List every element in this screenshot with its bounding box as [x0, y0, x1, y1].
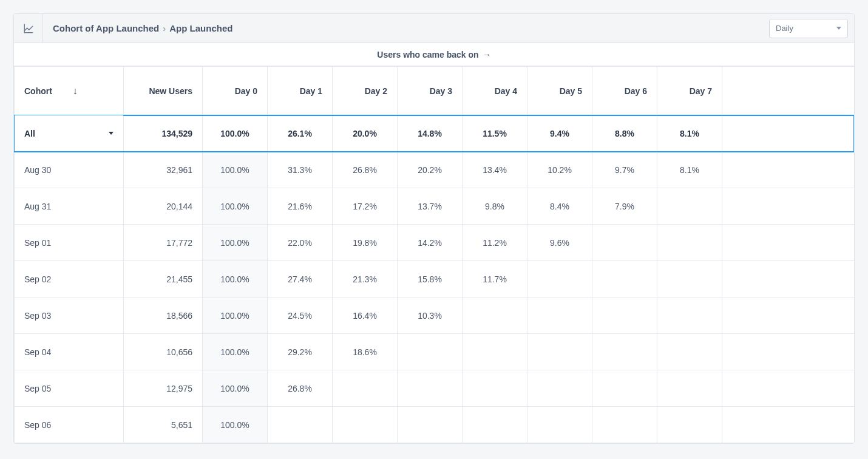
metric-cell: 9.7%: [592, 152, 657, 188]
metric-cell: [527, 407, 592, 443]
arrow-right-icon: →: [483, 50, 491, 59]
summary-row[interactable]: All134,529100.0%26.1%20.0%14.8%11.5%9.4%…: [15, 115, 855, 152]
col-day-2[interactable]: Day 2: [333, 67, 398, 115]
table-row[interactable]: Sep 0410,656100.0%29.2%18.6%: [15, 334, 855, 370]
col-cohort[interactable]: Cohort ↓: [15, 67, 124, 115]
cohort-label: Sep 06: [15, 407, 124, 443]
metric-cell: [398, 407, 463, 443]
col-new-users[interactable]: New Users: [124, 67, 203, 115]
col-day-3[interactable]: Day 3: [398, 67, 463, 115]
metric-cell: [592, 370, 657, 407]
metric-cell: 20.2%: [398, 152, 463, 188]
table-row[interactable]: Sep 0117,772100.0%22.0%19.8%14.2%11.2%9.…: [15, 225, 855, 261]
metric-cell: 15.8%: [398, 261, 463, 298]
filler: [722, 370, 855, 407]
new-users-cell: 20,144: [124, 188, 203, 225]
filler: [722, 67, 855, 115]
metric-cell: 100.0%: [203, 152, 268, 188]
filler: [722, 225, 855, 261]
cohort-label: Aug 31: [15, 188, 124, 225]
metric-cell: 24.5%: [268, 298, 333, 334]
metric-cell: 7.9%: [592, 188, 657, 225]
subheader: Users who came back on →: [14, 43, 854, 66]
metric-cell: 100.0%: [203, 225, 268, 261]
summary-label: All: [24, 129, 35, 138]
breadcrumb: Cohort of App Launched › App Launched: [43, 14, 769, 42]
metric-cell: 14.2%: [398, 225, 463, 261]
metric-cell: 21.3%: [333, 261, 398, 298]
filler: [722, 152, 855, 188]
metric-cell: 100.0%: [203, 261, 268, 298]
metric-cell: 29.2%: [268, 334, 333, 370]
col-day-4[interactable]: Day 4: [463, 67, 527, 115]
metric-cell: 100.0%: [203, 188, 268, 225]
panel-header: Cohort of App Launched › App Launched Da…: [14, 14, 854, 43]
new-users-cell: 17,772: [124, 225, 203, 261]
new-users-cell: 18,566: [124, 298, 203, 334]
col-day-1[interactable]: Day 1: [268, 67, 333, 115]
metric-cell: [463, 407, 527, 443]
subheader-text: Users who came back on: [377, 50, 478, 59]
summary-metric: 14.8%: [398, 115, 463, 152]
metric-cell: 100.0%: [203, 407, 268, 443]
metric-cell: [592, 407, 657, 443]
metric-cell: 13.4%: [463, 152, 527, 188]
metric-cell: [463, 298, 527, 334]
table-row[interactable]: Aug 3032,961100.0%31.3%26.8%20.2%13.4%10…: [15, 152, 855, 188]
metric-cell: [592, 334, 657, 370]
table-row[interactable]: Sep 0512,975100.0%26.8%: [15, 370, 855, 407]
summary-cohort-cell[interactable]: All: [15, 115, 124, 152]
cohort-label: Sep 04: [15, 334, 124, 370]
new-users-cell: 32,961: [124, 152, 203, 188]
filler: [722, 261, 855, 298]
metric-cell: 100.0%: [203, 334, 268, 370]
cohort-label: Sep 05: [15, 370, 124, 407]
table-row[interactable]: Sep 0318,566100.0%24.5%16.4%10.3%: [15, 298, 855, 334]
table-row[interactable]: Sep 065,651100.0%: [15, 407, 855, 443]
metric-cell: 26.8%: [268, 370, 333, 407]
metric-cell: [398, 370, 463, 407]
filler: [722, 298, 855, 334]
table-row[interactable]: Sep 0221,455100.0%27.4%21.3%15.8%11.7%: [15, 261, 855, 298]
metric-cell: 22.0%: [268, 225, 333, 261]
metric-cell: [463, 370, 527, 407]
metric-cell: [657, 334, 722, 370]
granularity-label: Daily: [776, 24, 793, 33]
col-day-6[interactable]: Day 6: [592, 67, 657, 115]
breadcrumb-separator: ›: [163, 23, 166, 33]
metric-cell: 9.8%: [463, 188, 527, 225]
metric-cell: [592, 261, 657, 298]
metric-cell: [333, 370, 398, 407]
metric-cell: 26.8%: [333, 152, 398, 188]
filler: [722, 188, 855, 225]
breadcrumb-leaf: App Launched: [169, 23, 232, 33]
metric-cell: [657, 188, 722, 225]
metric-cell: [333, 407, 398, 443]
new-users-cell: 10,656: [124, 334, 203, 370]
metric-cell: 31.3%: [268, 152, 333, 188]
cohort-label: Aug 30: [15, 152, 124, 188]
metric-cell: 10.2%: [527, 152, 592, 188]
sort-down-icon: ↓: [73, 86, 78, 96]
summary-metric: 8.1%: [657, 115, 722, 152]
col-day-0[interactable]: Day 0: [203, 67, 268, 115]
metric-cell: [657, 407, 722, 443]
metric-cell: 21.6%: [268, 188, 333, 225]
metric-cell: 18.6%: [333, 334, 398, 370]
granularity-select[interactable]: Daily: [769, 19, 848, 38]
metric-cell: [657, 261, 722, 298]
cohort-panel: Cohort of App Launched › App Launched Da…: [13, 13, 855, 444]
cohort-table: Cohort ↓ New Users Day 0 Day 1 Day 2 Day…: [14, 66, 854, 443]
summary-metric: 9.4%: [527, 115, 592, 152]
metric-cell: 19.8%: [333, 225, 398, 261]
table-row[interactable]: Aug 3120,144100.0%21.6%17.2%13.7%9.8%8.4…: [15, 188, 855, 225]
chart-type-icon[interactable]: [14, 14, 43, 42]
metric-cell: 13.7%: [398, 188, 463, 225]
col-day-7[interactable]: Day 7: [657, 67, 722, 115]
new-users-cell: 5,651: [124, 407, 203, 443]
metric-cell: [592, 225, 657, 261]
metric-cell: 8.1%: [657, 152, 722, 188]
metric-cell: [463, 334, 527, 370]
metric-cell: 27.4%: [268, 261, 333, 298]
col-day-5[interactable]: Day 5: [527, 67, 592, 115]
